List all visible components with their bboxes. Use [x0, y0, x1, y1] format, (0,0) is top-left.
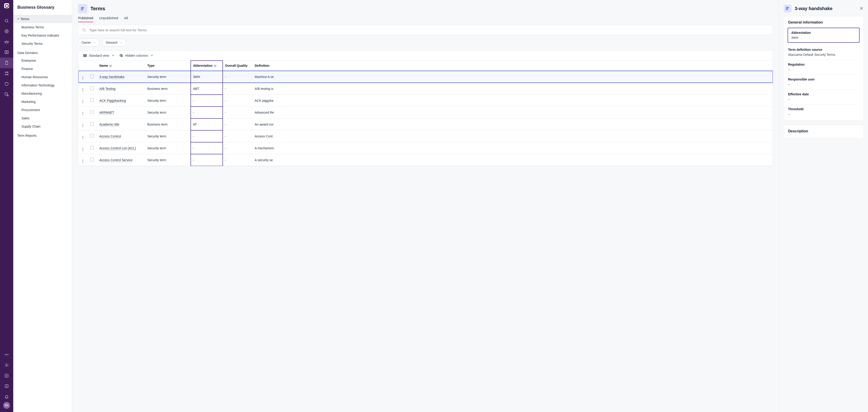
hidden-columns-toggle[interactable]: Hidden columns — [119, 54, 153, 58]
sidebar-item-marketing[interactable]: Marketing — [13, 98, 72, 106]
cell-name[interactable]: A/B Testing — [97, 83, 145, 95]
explore-icon[interactable] — [0, 89, 13, 100]
svg-rect-19 — [83, 56, 87, 57]
column-header-overall-quality[interactable]: Overall Quality — [223, 61, 252, 71]
row-checkbox[interactable] — [87, 95, 97, 107]
book-icon[interactable] — [0, 47, 13, 58]
table-row[interactable]: ACK PiggybackingSecurity term--ACK piggy… — [79, 95, 773, 107]
settings-icon[interactable] — [0, 360, 13, 371]
cell-definition: An award cor — [252, 118, 773, 130]
cell-name[interactable]: Academic title — [97, 118, 145, 130]
column-header-definition[interactable]: Definition — [252, 61, 773, 71]
page-title: Terms — [90, 6, 105, 12]
cell-definition: Access Cont — [252, 130, 773, 142]
add-panel-icon[interactable] — [0, 381, 13, 391]
cell-abbreviation: - — [191, 154, 223, 166]
column-header-type[interactable]: Type — [145, 61, 191, 71]
cell-quality: - — [223, 107, 252, 118]
clipboard-icon[interactable] — [0, 58, 13, 68]
table-row[interactable]: Access Control List (ACL)Security term--… — [79, 142, 773, 154]
standard-view-toggle[interactable]: Standard view — [83, 54, 114, 58]
sidebar-item-manufacturing[interactable]: Manufacturing — [13, 89, 72, 98]
sidebar-section-terms[interactable]: Terms — [13, 15, 72, 23]
chevron-down-icon — [120, 41, 122, 44]
panel-field-term-definition-source: Term definition sourceAtaccama Default S… — [788, 45, 859, 60]
column-header-abbreviation[interactable]: Abbreviation — [191, 61, 223, 71]
row-menu-button[interactable] — [79, 142, 87, 154]
target-icon[interactable] — [0, 26, 13, 37]
list-icon — [83, 54, 87, 58]
sidebar-item-business-terms[interactable]: Business Terms — [13, 23, 72, 31]
table-row[interactable]: 3-way handshakeSecurity term3WH-Machine … — [79, 71, 773, 83]
sidebar-item-security-terms[interactable]: Security Terms — [13, 39, 72, 48]
cell-type: Security term — [145, 142, 191, 154]
row-menu-button[interactable] — [79, 83, 87, 95]
shield-icon[interactable] — [0, 79, 13, 89]
sidebar-section-data-domains[interactable]: Data Domains — [13, 48, 72, 56]
terms-icon — [78, 4, 87, 13]
sidebar-item-human-resources[interactable]: Human Resources — [13, 73, 72, 81]
user-avatar[interactable]: RK — [3, 402, 10, 409]
sidebar-item-supply-chain[interactable]: Supply Chain — [13, 122, 72, 130]
svg-rect-14 — [5, 374, 8, 377]
filter-steward[interactable]: Steward — [102, 39, 126, 47]
row-checkbox[interactable] — [87, 130, 97, 142]
row-checkbox[interactable] — [87, 118, 97, 130]
sidebar-item-enterprise[interactable]: Enterprise — [13, 56, 72, 65]
bell-icon[interactable] — [0, 391, 13, 402]
row-menu-button[interactable] — [79, 107, 87, 118]
row-checkbox[interactable] — [87, 71, 97, 83]
search-input[interactable] — [89, 28, 769, 32]
sidebar-item-sales[interactable]: Sales — [13, 114, 72, 122]
cell-abbreviation: - — [191, 95, 223, 107]
row-menu-button[interactable] — [79, 95, 87, 107]
sidebar-item-finance[interactable]: Finance — [13, 65, 72, 73]
sidebar-item-key-performance-indicator[interactable]: Key Performance Indicator — [13, 31, 72, 39]
table-row[interactable]: Academic titleBusiness termAT-An award c… — [79, 118, 773, 130]
filter-owner[interactable]: Owner — [78, 39, 99, 47]
cell-name[interactable]: Access Control Service — [97, 154, 145, 166]
sidebar-section-term-reports[interactable]: Term Reports — [13, 130, 72, 139]
panel-title: 3-way handshake — [795, 6, 856, 11]
table-row[interactable]: Access Control ServiceSecurity term--A s… — [79, 154, 773, 166]
chevron-down-icon — [151, 55, 153, 56]
cell-quality: - — [223, 71, 252, 83]
row-menu-button[interactable] — [79, 130, 87, 142]
row-checkbox[interactable] — [87, 142, 97, 154]
more-icon[interactable] — [0, 349, 13, 360]
sidebar-item-procurement[interactable]: Procurement — [13, 106, 72, 114]
table-row[interactable]: Access ControlSecurity term--Access Cont — [79, 130, 773, 142]
cell-name[interactable]: 3-way handshake — [97, 71, 145, 83]
tab-unpublished[interactable]: Unpublished — [99, 16, 118, 22]
row-menu-button[interactable] — [79, 118, 87, 130]
table-row[interactable]: ARPANETSecurity term--Advanced Re — [79, 107, 773, 118]
close-icon[interactable]: ✕ — [860, 6, 863, 11]
row-checkbox[interactable] — [87, 83, 97, 95]
column-header-name[interactable]: Name — [97, 61, 145, 71]
row-checkbox[interactable] — [87, 107, 97, 118]
search-icon[interactable] — [0, 16, 13, 26]
svg-point-5 — [5, 74, 6, 75]
tab-all[interactable]: All — [124, 16, 128, 22]
crown-icon[interactable] — [0, 37, 13, 47]
cell-quality: - — [223, 118, 252, 130]
cell-abbreviation: ABT — [191, 83, 223, 95]
panel-field-responsible-user: Responsible user– — [788, 75, 859, 90]
row-menu-button[interactable] — [79, 71, 87, 83]
cell-name[interactable]: Access Control List (ACL) — [97, 142, 145, 154]
table-row[interactable]: A/B TestingBusiness termABT-A/B testing … — [79, 83, 773, 95]
app-logo[interactable] — [4, 3, 9, 8]
search-box[interactable] — [78, 25, 773, 35]
cell-name[interactable]: ACK Piggybacking — [97, 95, 145, 107]
hierarchy-icon[interactable] — [0, 68, 13, 79]
sidebar-item-information-technology[interactable]: Information Technology — [13, 81, 72, 89]
row-checkbox[interactable] — [87, 154, 97, 166]
cell-name[interactable]: Access Control — [97, 130, 145, 142]
row-menu-button[interactable] — [79, 154, 87, 166]
cell-abbreviation: - — [191, 142, 223, 154]
cell-name[interactable]: ARPANET — [97, 107, 145, 118]
tab-published[interactable]: Published — [78, 16, 93, 22]
tasks-icon[interactable] — [0, 371, 13, 381]
cell-quality: - — [223, 95, 252, 107]
svg-point-0 — [5, 19, 8, 22]
